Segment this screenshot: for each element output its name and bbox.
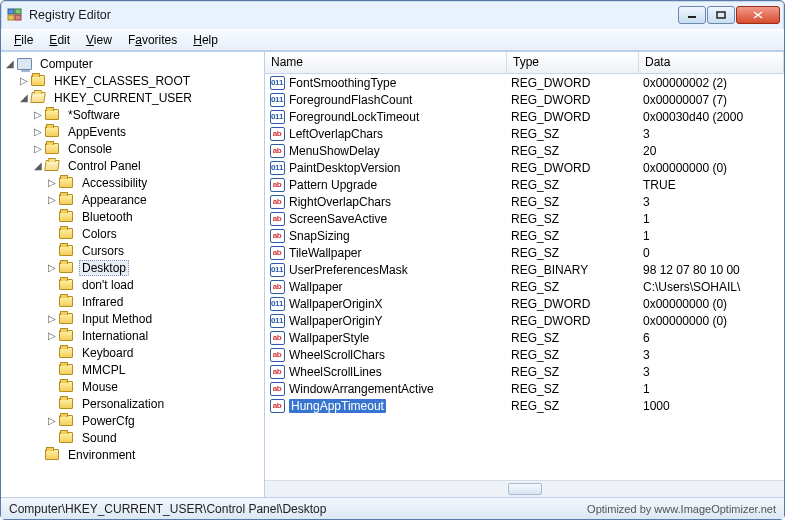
tree-hkcr[interactable]: ▷HKEY_CLASSES_ROOT [1, 72, 264, 89]
list-row[interactable]: abSnapSizingREG_SZ1 [265, 227, 784, 244]
list-row[interactable]: abWheelScrollCharsREG_SZ3 [265, 346, 784, 363]
list-row[interactable]: abWallpaperREG_SZC:\Users\SOHAIL\ [265, 278, 784, 295]
minimize-button[interactable] [678, 6, 706, 24]
tree-cp-appearance[interactable]: ▷Appearance [1, 191, 264, 208]
collapse-icon[interactable]: ◢ [17, 92, 31, 103]
menu-edit[interactable]: Edit [42, 31, 77, 49]
value-type: REG_DWORD [507, 76, 639, 90]
tree-pane[interactable]: ◢Computer ▷HKEY_CLASSES_ROOT ◢HKEY_CURRE… [1, 52, 265, 497]
menu-view[interactable]: View [79, 31, 119, 49]
tree-cp-powercfg[interactable]: ▷PowerCfg [1, 412, 264, 429]
scroll-thumb[interactable] [508, 483, 542, 495]
menubar: File Edit View Favorites Help [1, 29, 784, 51]
list-row[interactable]: 011WallpaperOriginXREG_DWORD0x00000000 (… [265, 295, 784, 312]
reg-dword-icon: 011 [269, 296, 285, 311]
tree-cp-bluetooth[interactable]: Bluetooth [1, 208, 264, 225]
watermark: Optimized by www.ImageOptimizer.net [587, 503, 776, 515]
tree-cp-accessibility[interactable]: ▷Accessibility [1, 174, 264, 191]
list-row[interactable]: abWindowArrangementActiveREG_SZ1 [265, 380, 784, 397]
tree-cp-keyboard[interactable]: Keyboard [1, 344, 264, 361]
list-row[interactable]: abWheelScrollLinesREG_SZ3 [265, 363, 784, 380]
tree-cp-international[interactable]: ▷International [1, 327, 264, 344]
tree-environment[interactable]: Environment [1, 446, 264, 463]
list-row[interactable]: 011FontSmoothingTypeREG_DWORD0x00000002 … [265, 74, 784, 91]
list-row[interactable]: 011ForegroundLockTimeoutREG_DWORD0x00030… [265, 108, 784, 125]
value-name: HungAppTimeout [289, 399, 386, 413]
expand-icon[interactable]: ▷ [45, 262, 59, 273]
reg-sz-icon: ab [269, 364, 285, 379]
value-data: 0x00000000 (0) [639, 161, 784, 175]
menu-favorites[interactable]: Favorites [121, 31, 184, 49]
tree-cp-mouse[interactable]: Mouse [1, 378, 264, 395]
tree-cp-sound[interactable]: Sound [1, 429, 264, 446]
expand-icon[interactable]: ▷ [45, 313, 59, 324]
value-type: REG_SZ [507, 127, 639, 141]
value-name: MenuShowDelay [289, 144, 380, 158]
tree-cp-personalization[interactable]: Personalization [1, 395, 264, 412]
tree-cp-colors[interactable]: Colors [1, 225, 264, 242]
list-row[interactable]: abHungAppTimeoutREG_SZ1000 [265, 397, 784, 414]
list-row[interactable]: 011PaintDesktopVersionREG_DWORD0x0000000… [265, 159, 784, 176]
value-name: WallpaperOriginX [289, 297, 383, 311]
menu-file[interactable]: File [7, 31, 40, 49]
list-row[interactable]: abRightOverlapCharsREG_SZ3 [265, 193, 784, 210]
expand-icon[interactable]: ▷ [31, 109, 45, 120]
tree-cp-infrared[interactable]: Infrared [1, 293, 264, 310]
tree-cp-inputmethod[interactable]: ▷Input Method [1, 310, 264, 327]
col-name[interactable]: Name [265, 52, 507, 73]
value-data: 3 [639, 348, 784, 362]
tree-hkcu[interactable]: ◢HKEY_CURRENT_USER [1, 89, 264, 106]
computer-icon [17, 57, 33, 71]
expand-icon[interactable]: ▷ [45, 177, 59, 188]
value-name: WindowArrangementActive [289, 382, 434, 396]
reg-sz-icon: ab [269, 398, 285, 413]
tree-cp-desktop[interactable]: ▷Desktop [1, 259, 264, 276]
reg-dword-icon: 011 [269, 160, 285, 175]
collapse-icon[interactable]: ◢ [3, 58, 17, 69]
col-data[interactable]: Data [639, 52, 784, 73]
value-data: 20 [639, 144, 784, 158]
list-row[interactable]: 011UserPreferencesMaskREG_BINARY98 12 07… [265, 261, 784, 278]
titlebar[interactable]: Registry Editor [1, 1, 784, 29]
tree-cp-cursors[interactable]: Cursors [1, 242, 264, 259]
expand-icon[interactable]: ▷ [31, 143, 45, 154]
status-path: Computer\HKEY_CURRENT_USER\Control Panel… [9, 502, 326, 516]
reg-sz-icon: ab [269, 245, 285, 260]
maximize-button[interactable] [707, 6, 735, 24]
tree-software[interactable]: ▷*Software [1, 106, 264, 123]
tree-cp-mmcpl[interactable]: MMCPL [1, 361, 264, 378]
list-row[interactable]: abPattern UpgradeREG_SZTRUE [265, 176, 784, 193]
close-button[interactable] [736, 6, 780, 24]
list-row[interactable]: abScreenSaveActiveREG_SZ1 [265, 210, 784, 227]
value-name: ForegroundFlashCount [289, 93, 412, 107]
expand-icon[interactable]: ▷ [45, 194, 59, 205]
svg-rect-0 [8, 9, 14, 14]
reg-dword-icon: 011 [269, 92, 285, 107]
collapse-icon[interactable]: ◢ [31, 160, 45, 171]
value-data: 1 [639, 229, 784, 243]
tree-console[interactable]: ▷Console [1, 140, 264, 157]
list-body[interactable]: 011FontSmoothingTypeREG_DWORD0x00000002 … [265, 74, 784, 480]
menu-help[interactable]: Help [186, 31, 225, 49]
tree-cp-dontload[interactable]: don't load [1, 276, 264, 293]
horizontal-scrollbar[interactable] [265, 480, 784, 497]
tree-computer[interactable]: ◢Computer [1, 55, 264, 72]
col-type[interactable]: Type [507, 52, 639, 73]
list-row[interactable]: abMenuShowDelayREG_SZ20 [265, 142, 784, 159]
value-type: REG_SZ [507, 178, 639, 192]
list-row[interactable]: abTileWallpaperREG_SZ0 [265, 244, 784, 261]
list-row[interactable]: 011WallpaperOriginYREG_DWORD0x00000000 (… [265, 312, 784, 329]
expand-icon[interactable]: ▷ [45, 415, 59, 426]
svg-rect-1 [15, 9, 21, 14]
tree-controlpanel[interactable]: ◢Control Panel [1, 157, 264, 174]
expand-icon[interactable]: ▷ [17, 75, 31, 86]
list-row[interactable]: abLeftOverlapCharsREG_SZ3 [265, 125, 784, 142]
tree-appevents[interactable]: ▷AppEvents [1, 123, 264, 140]
list-row[interactable]: abWallpaperStyleREG_SZ6 [265, 329, 784, 346]
value-data: 1 [639, 382, 784, 396]
expand-icon[interactable]: ▷ [31, 126, 45, 137]
expand-icon[interactable]: ▷ [45, 330, 59, 341]
folder-icon [45, 108, 61, 122]
list-row[interactable]: 011ForegroundFlashCountREG_DWORD0x000000… [265, 91, 784, 108]
value-data: 0 [639, 246, 784, 260]
